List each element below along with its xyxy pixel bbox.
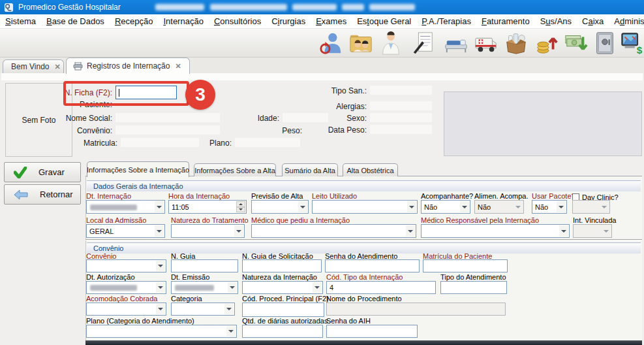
toolbar-payment-down-icon[interactable] (564, 31, 589, 56)
categoria-combobox[interactable] (171, 303, 235, 316)
int-vinculada-combobox[interactable] (573, 224, 612, 238)
menu-item-consultorios[interactable]: Consultórios (209, 16, 266, 26)
dropdown-arrow-icon[interactable] (155, 201, 164, 212)
retornar-button[interactable]: Retornar (4, 184, 81, 205)
dropdown-arrow-icon[interactable] (298, 201, 307, 212)
cod-tipo-internacao-input[interactable]: 4 (326, 281, 436, 294)
check-icon (14, 167, 27, 178)
nome-procedimento-input (326, 303, 506, 316)
toolbar-refresh-user-icon[interactable] (318, 31, 343, 56)
dt-autorizacao-combobox[interactable] (86, 281, 166, 294)
app-icon (4, 3, 14, 12)
menu-item-caixa[interactable]: Caixa (577, 16, 609, 26)
nome-social-value (115, 113, 220, 122)
usar-pacote-combobox[interactable]: Não (532, 200, 567, 214)
dt-internacao-combobox[interactable] (86, 200, 165, 214)
senha-aih-input[interactable] (326, 325, 418, 338)
toolbar-contract-icon[interactable] (411, 31, 436, 56)
local-admissao-combobox[interactable]: GERAL (86, 224, 165, 238)
previsao-alta-combobox[interactable] (251, 200, 309, 214)
medico-pediu-combobox[interactable] (251, 224, 416, 238)
natureza-internacao-combobox[interactable] (242, 281, 323, 294)
medico-responsavel-combobox[interactable] (421, 224, 570, 238)
spin-up-icon[interactable] (236, 201, 245, 207)
menu-item-cirurgias[interactable]: Cirurgias (266, 16, 311, 26)
menu-item-faturamento[interactable]: Faturamento (476, 16, 535, 26)
tab-informacoes-sobre-a-internacao[interactable]: Informações Sobre a Internação (87, 161, 189, 177)
menu-item-p-a-terapias[interactable]: P.A./Terapias (416, 16, 476, 26)
tab-sumario-da-alta[interactable]: Sumário da Alta (282, 163, 338, 176)
natureza-tratamento-combobox[interactable] (171, 224, 245, 238)
spin-down-icon[interactable] (236, 207, 245, 213)
menu-item-sus-ans[interactable]: Sus/Ans (535, 16, 577, 26)
menubar: SistemaBase de DadosRecepçãoInternaçãoCo… (0, 14, 644, 29)
qtd-diarias-input[interactable] (242, 325, 323, 338)
toolbar-supplies-box-icon[interactable] (504, 31, 529, 56)
dropdown-arrow-icon[interactable] (156, 282, 165, 293)
day-clinic-combobox[interactable] (572, 200, 610, 214)
plano-value (235, 138, 300, 147)
dt-emissao-combobox[interactable] (171, 281, 238, 294)
n-guia-solicitacao-input[interactable] (242, 259, 322, 272)
senha-atendimento-input[interactable] (325, 259, 420, 272)
leito-label: Leito Utilizado (312, 192, 357, 200)
dropdown-arrow-icon[interactable] (156, 304, 165, 314)
acomodacao-cobrada-combobox[interactable] (86, 303, 166, 316)
alergias-label: Alergias: (301, 102, 367, 111)
tab-informacoes-sobre-a-alta[interactable]: Informações Sobre a Alta (194, 163, 276, 176)
toolbar-ambulance-icon[interactable] (474, 31, 498, 56)
tipo-atendimento-input[interactable] (440, 281, 507, 294)
toolbar-safe-icon[interactable] (592, 31, 617, 56)
dropdown-arrow-icon[interactable] (226, 326, 236, 337)
dropdown-arrow-icon[interactable] (313, 282, 322, 293)
toolbar-patients-folder-icon[interactable] (348, 31, 373, 56)
menu-item-internacao[interactable]: Internação (158, 16, 208, 26)
hora-internacao-spinner[interactable]: 11:05 (168, 200, 247, 214)
tab-bem-vindo[interactable]: Bem Vindo ✕ (3, 59, 64, 73)
menu-item-administracao[interactable]: Administração (609, 16, 644, 26)
cod-tipo-internacao-label: Cód. Tipo da Internação (326, 273, 403, 281)
toolbar-hospital-bed-icon[interactable] (444, 31, 468, 56)
tab-label: Bem Vindo (11, 62, 49, 71)
toolbar-revenue-up-icon[interactable] (535, 31, 560, 56)
senha-aih-label: Senha do AIH (326, 317, 371, 325)
tab-close-icon[interactable]: ✕ (175, 62, 181, 71)
tab-registros-de-internacao[interactable]: Registros de Internação ✕ (66, 58, 190, 74)
dropdown-arrow-icon[interactable] (156, 261, 165, 271)
cod-proced-principal-input[interactable] (242, 303, 324, 317)
dropdown-arrow-icon[interactable] (234, 225, 243, 237)
alergias-value (370, 101, 432, 110)
leito-combobox[interactable] (312, 200, 418, 214)
retornar-label: Retornar (40, 189, 73, 199)
dropdown-arrow-icon[interactable] (155, 225, 164, 237)
menu-item-exames[interactable]: Exames (311, 16, 352, 26)
menu-item-sistema[interactable]: Sistema (0, 16, 41, 26)
toolbar-cash-register-icon[interactable]: $ (620, 31, 644, 56)
tab-alta-obstetrica[interactable]: Alta Obstétrica (343, 163, 398, 176)
menu-item-base-de-dados[interactable]: Base de Dados (41, 16, 110, 26)
plano-categoria-combobox[interactable] (86, 325, 237, 338)
gravar-button[interactable]: Gravar (4, 162, 81, 182)
toolbar-doctor-icon[interactable] (378, 31, 403, 56)
menu-item-estoque-geral[interactable]: Estoque Geral (352, 16, 416, 26)
dropdown-arrow-icon[interactable] (406, 225, 415, 237)
window-titlebar: Promedico Gestão Hospitalar (0, 0, 644, 14)
tab-close-icon[interactable]: ✕ (54, 63, 60, 71)
acompanhante-combobox[interactable]: Não (421, 200, 470, 214)
group-title: Dados Gerais da Internação (93, 182, 183, 190)
sexo-value (370, 113, 432, 122)
convenio-combobox[interactable] (86, 259, 166, 272)
dropdown-arrow-icon[interactable] (407, 201, 416, 212)
n-guia-input[interactable] (171, 259, 238, 272)
section-separator (85, 239, 642, 240)
dropdown-arrow-icon[interactable] (460, 201, 469, 212)
dropdown-arrow-icon[interactable] (559, 225, 568, 237)
detail-tab-label: Sumário da Alta (284, 167, 335, 174)
matricula-paciente-input[interactable] (423, 259, 508, 272)
menu-item-recepcao[interactable]: Recepção (110, 16, 159, 26)
dropdown-arrow-icon[interactable] (224, 304, 234, 314)
dropdown-arrow-icon[interactable] (557, 201, 566, 212)
dropdown-arrow-icon (600, 201, 609, 212)
alimen-acompa-combobox[interactable]: Não (474, 200, 524, 214)
dropdown-arrow-icon[interactable] (228, 282, 237, 293)
